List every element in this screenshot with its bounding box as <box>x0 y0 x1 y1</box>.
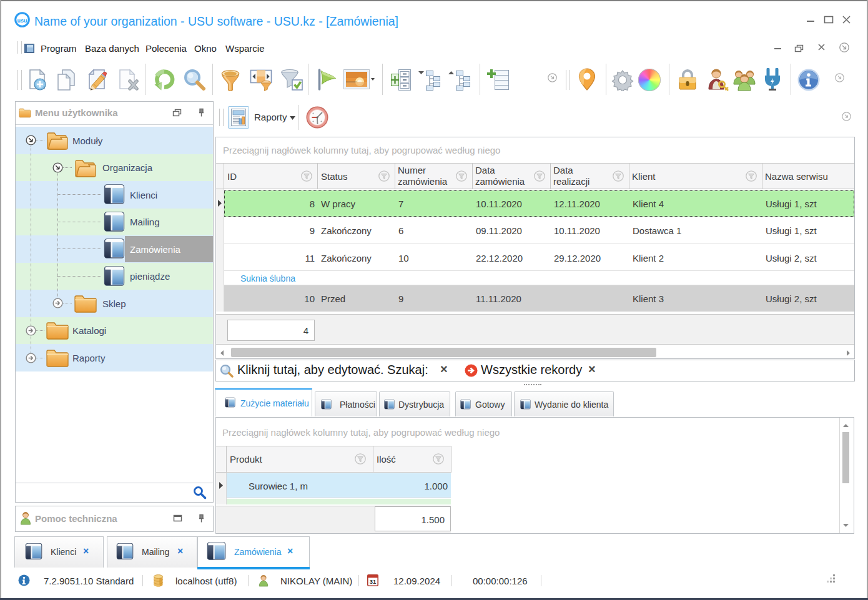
svg-text:usu: usu <box>17 17 27 24</box>
svg-text:31: 31 <box>370 578 377 585</box>
